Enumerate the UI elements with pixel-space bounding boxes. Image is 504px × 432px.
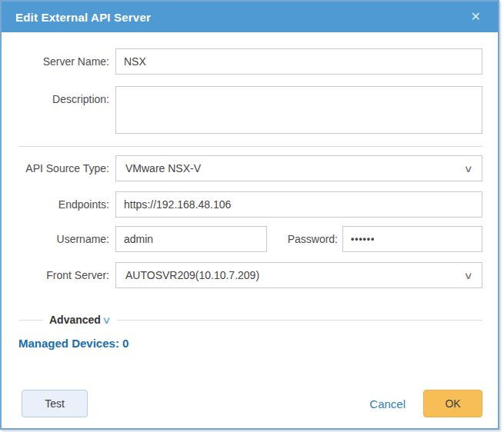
cancel-button[interactable]: Cancel <box>369 397 406 410</box>
chevron-down-icon: ∨ <box>464 270 473 281</box>
advanced-label[interactable]: Advanced <box>43 314 104 326</box>
api-source-type-select[interactable]: VMware NSX-V ∨ <box>115 155 482 181</box>
front-server-label: Front Server: <box>18 269 115 281</box>
dialog-titlebar: Edit External API Server ✕ <box>2 2 498 32</box>
advanced-divider-left <box>18 320 43 321</box>
test-button[interactable]: Test <box>22 390 88 417</box>
credentials-row: Username: Password: <box>18 226 482 252</box>
server-name-label: Server Name: <box>18 55 115 68</box>
api-source-type-label: API Source Type: <box>18 162 115 174</box>
advanced-divider-right <box>117 320 482 321</box>
section-divider <box>18 146 482 147</box>
description-row: Description: <box>18 86 482 137</box>
endpoints-input[interactable] <box>115 191 482 218</box>
password-label: Password: <box>267 233 342 245</box>
front-server-row: Front Server: AUTOSVR209(10.10.7.209) ∨ <box>18 262 482 288</box>
username-input[interactable] <box>115 226 267 252</box>
password-input[interactable] <box>342 226 482 252</box>
api-source-type-value: VMware NSX-V <box>125 162 201 174</box>
server-name-row: Server Name: <box>18 48 482 75</box>
advanced-section-toggle: Advanced ∨ <box>18 314 482 326</box>
description-label: Description: <box>18 86 115 105</box>
api-source-type-row: API Source Type: VMware NSX-V ∨ <box>18 155 482 181</box>
dialog-footer: Test Cancel OK <box>22 390 482 417</box>
chevron-down-icon[interactable]: ∨ <box>102 314 119 326</box>
front-server-value: AUTOSVR209(10.10.7.209) <box>125 269 259 281</box>
front-server-select[interactable]: AUTOSVR209(10.10.7.209) ∨ <box>115 262 482 288</box>
endpoints-label: Endpoints: <box>18 198 115 211</box>
description-textarea[interactable] <box>115 86 482 134</box>
managed-devices-count: Managed Devices: 0 <box>18 337 482 350</box>
ok-button[interactable]: OK <box>423 390 482 417</box>
edit-external-api-server-dialog: Edit External API Server ✕ Server Name: … <box>0 0 499 430</box>
chevron-down-icon: ∨ <box>464 163 473 174</box>
server-name-input[interactable] <box>115 48 482 75</box>
close-icon[interactable]: ✕ <box>468 9 484 25</box>
username-label: Username: <box>18 233 115 245</box>
endpoints-row: Endpoints: <box>18 191 482 218</box>
dialog-title: Edit External API Server <box>15 11 468 24</box>
dialog-body: Server Name: Description: API Source Typ… <box>2 32 498 428</box>
